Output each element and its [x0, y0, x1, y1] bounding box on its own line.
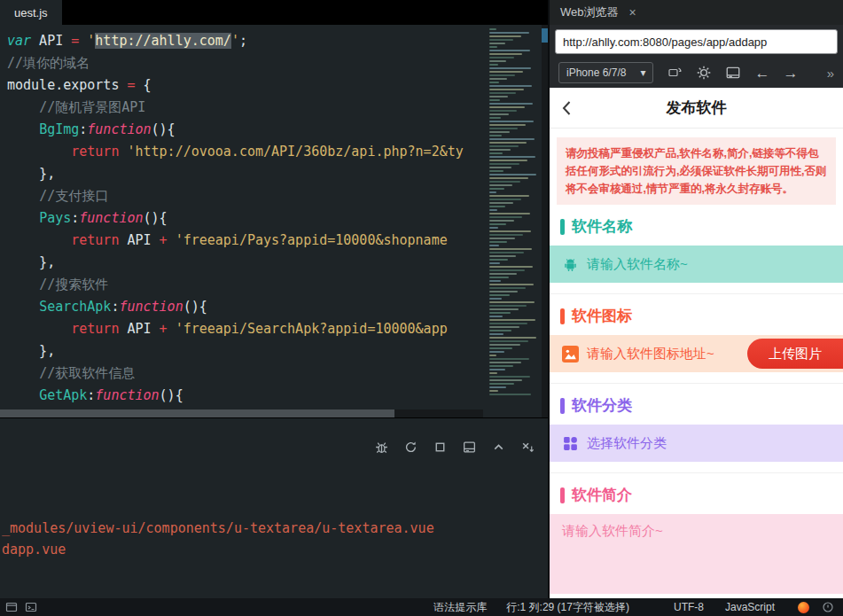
- editor-panel: uest.js var API = 'http://ahlly.com/';//…: [0, 0, 548, 598]
- mobile-page-addapp: 发布软件 请勿投稿严重侵权产品,软件名称,简介,链接等不得包括任何形式的引流行为…: [550, 88, 843, 598]
- debug-icon[interactable]: [374, 440, 389, 455]
- section-accent-bar: [560, 308, 565, 324]
- promotion-icon[interactable]: [798, 602, 809, 613]
- console-panel-icon[interactable]: [462, 440, 477, 455]
- device-select[interactable]: iPhone 6/7/8 ▾: [558, 62, 653, 83]
- close-browser-tab-icon[interactable]: ×: [629, 5, 636, 19]
- section-header: 软件简介: [550, 485, 843, 505]
- code-line: SearchApk:function(){: [7, 296, 548, 318]
- horizontal-scrollbar-thumb[interactable]: [0, 409, 394, 417]
- collapse-panel-icon[interactable]: [491, 440, 506, 455]
- web-browser-panel: Web浏览器 × http://ahlly.com:8080/pages/app…: [548, 0, 843, 598]
- editor-tab-label: uest.js: [14, 6, 48, 19]
- close-console-icon[interactable]: [520, 440, 535, 455]
- section-title: 软件分类: [572, 395, 632, 416]
- app-description-textarea[interactable]: 请输入软件简介~: [550, 514, 843, 594]
- url-row: http://ahlly.com:8080/pages/app/addapp: [550, 25, 843, 58]
- forward-arrow[interactable]: →: [783, 66, 798, 81]
- status-bar: 语法提示库 行:1 列:29 (17字符被选择) UTF-8 JavaScrip…: [0, 598, 843, 616]
- device-select-value: iPhone 6/7/8: [566, 66, 626, 79]
- console-output-line[interactable]: dapp.vue: [2, 539, 548, 560]
- code-lines: var API = 'http://ahlly.com/';//填你的域名mod…: [0, 25, 548, 407]
- divider: [550, 472, 843, 473]
- code-line: },: [7, 252, 548, 274]
- section-title: 软件图标: [572, 306, 632, 326]
- rotate-device-icon[interactable]: [667, 65, 683, 81]
- section-title: 软件名称: [572, 216, 632, 237]
- settings-gear-icon[interactable]: [696, 65, 712, 81]
- console-panel: _modules/uview-ui/components/u-textarea/…: [0, 417, 548, 598]
- app-name-input[interactable]: 请输入软件名称~: [550, 246, 843, 283]
- code-line: return API + 'freeapi/SearchApk?appid=10…: [7, 318, 548, 340]
- section-accent-bar: [560, 398, 565, 414]
- code-line: //随机背景图API: [7, 97, 548, 119]
- section-app-description: 软件简介 请输入软件简介~: [550, 472, 843, 594]
- code-line: GetApk:function(){: [7, 385, 548, 407]
- section-title: 软件简介: [572, 485, 632, 505]
- code-editor[interactable]: var API = 'http://ahlly.com/';//填你的域名mod…: [0, 25, 548, 417]
- code-line: //搜索软件: [7, 274, 548, 296]
- url-input[interactable]: http://ahlly.com:8080/pages/app/addapp: [555, 29, 838, 54]
- section-header: 软件图标: [550, 306, 843, 326]
- code-line: return 'http://ovooa.com/API/360bz/api.p…: [7, 141, 548, 163]
- section-accent-bar: [560, 487, 565, 503]
- devtools-icon[interactable]: [725, 65, 741, 81]
- app-icon-placeholder: 请输入软件图标地址~: [587, 346, 714, 363]
- category-picker[interactable]: 选择软件分类: [550, 425, 843, 462]
- terminal-icon[interactable]: [25, 601, 37, 613]
- code-line: module.exports = {: [7, 74, 548, 97]
- code-line: BgImg:function(){: [7, 119, 548, 141]
- section-app-name: 软件名称: [550, 216, 843, 283]
- browser-viewport: 发布软件 请勿投稿严重侵权产品,软件名称,简介,链接等不得包括任何形式的引流行为…: [550, 88, 843, 598]
- code-line: return API + 'freeapi/Pays?appid=10000&s…: [7, 230, 548, 252]
- editor-tab-request-js[interactable]: uest.js: [0, 0, 62, 25]
- section-app-category: 软件分类 选择软件分类: [550, 383, 843, 462]
- upload-image-button[interactable]: 上传图片: [747, 339, 843, 369]
- horizontal-scrollbar[interactable]: [0, 409, 483, 417]
- window-layout-icon[interactable]: [5, 601, 18, 613]
- vertical-scrollbar-thumb[interactable]: [542, 28, 548, 43]
- page-navbar: 发布软件: [550, 88, 843, 129]
- chevron-down-icon: ▾: [640, 66, 645, 79]
- code-line: },: [7, 340, 548, 363]
- language-status[interactable]: JavaScript: [725, 601, 775, 613]
- category-placeholder: 选择软件分类: [587, 435, 667, 452]
- warning-notice: 请勿投稿严重侵权产品,软件名称,简介,链接等不得包括任何形式的引流行为,必须保证…: [557, 137, 836, 205]
- code-line: //支付接口: [7, 185, 548, 207]
- stop-icon[interactable]: [433, 440, 448, 455]
- section-header: 软件分类: [550, 395, 843, 416]
- restart-icon[interactable]: [403, 440, 418, 455]
- encoding-status[interactable]: UTF-8: [674, 601, 704, 613]
- feedback-icon[interactable]: [822, 601, 834, 613]
- console-toolbar: [374, 440, 535, 455]
- code-line: var API = 'http://ahlly.com/';: [7, 30, 548, 52]
- main-area: uest.js var API = 'http://ahlly.com/';//…: [0, 0, 843, 598]
- back-chevron-icon[interactable]: [558, 99, 576, 117]
- hbuilderx-window: uest.js var API = 'http://ahlly.com/';//…: [0, 0, 843, 616]
- minimap[interactable]: [489, 28, 541, 409]
- editor-tabbar: uest.js: [0, 0, 548, 25]
- cursor-position-status[interactable]: 行:1 列:29 (17字符被选择): [506, 600, 629, 615]
- divider: [550, 293, 843, 294]
- section-accent-bar: [560, 219, 565, 235]
- code-line: },: [7, 163, 548, 185]
- section-header: 软件名称: [550, 216, 843, 237]
- divider: [550, 383, 843, 384]
- back-arrow[interactable]: ←: [754, 66, 769, 81]
- console-output-line[interactable]: _modules/uview-ui/components/u-textarea/…: [2, 518, 548, 539]
- syntax-lib-status[interactable]: 语法提示库: [433, 600, 487, 615]
- browser-tabbar: Web浏览器 ×: [550, 0, 843, 25]
- app-icon-url-input[interactable]: 请输入软件图标地址~ 上传图片: [550, 335, 843, 372]
- android-icon: [562, 256, 579, 273]
- grid-icon: [562, 435, 579, 452]
- device-toolbar: iPhone 6/7/8 ▾ ← → »: [550, 58, 843, 88]
- browser-tab-label[interactable]: Web浏览器: [560, 4, 619, 20]
- app-name-placeholder: 请输入软件名称~: [587, 256, 688, 273]
- code-line: //获取软件信息: [7, 363, 548, 385]
- more-tools-chevrons[interactable]: »: [827, 66, 834, 81]
- code-line: Pays:function(){: [7, 207, 548, 230]
- page-title: 发布软件: [667, 97, 727, 118]
- image-icon: [562, 346, 579, 363]
- vertical-scrollbar[interactable]: [542, 25, 548, 417]
- code-line: //填你的域名: [7, 52, 548, 74]
